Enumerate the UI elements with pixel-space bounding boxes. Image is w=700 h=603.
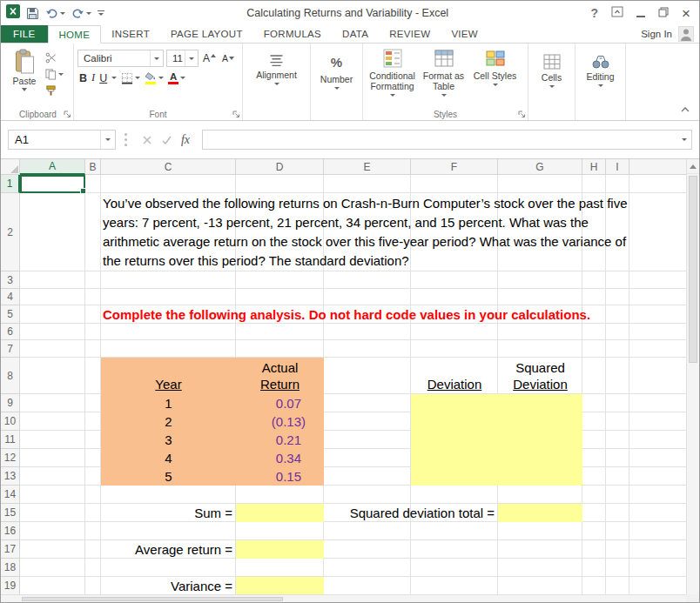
font-dialog-launcher[interactable] [232,111,240,118]
save-button[interactable] [26,7,39,20]
cell-B12[interactable] [85,449,101,467]
cell-D14[interactable] [236,486,324,504]
cell-B11[interactable] [85,431,101,449]
cell-F19[interactable] [411,577,498,595]
row-header-7[interactable]: 7 [1,340,20,358]
cell-A13[interactable] [20,467,85,486]
minimize-button[interactable] [636,5,645,21]
underline-dropdown-caret[interactable] [111,77,117,79]
column-header-C[interactable]: C [101,159,236,175]
cell-B5[interactable] [85,305,101,324]
borders-button[interactable] [121,72,140,84]
row-header-9[interactable]: 9 [1,394,20,412]
cell-F4[interactable] [411,289,498,305]
cell-E13[interactable] [324,467,411,486]
cell-H12[interactable] [582,449,606,467]
cell-E6[interactable] [324,324,411,340]
cell-E19[interactable] [324,577,411,595]
cell-H14[interactable] [582,486,606,504]
cell-overflow-1[interactable] [629,175,688,193]
cell-I6[interactable] [606,324,629,340]
cell-A19[interactable] [20,577,85,595]
cell-I17[interactable] [606,540,629,559]
number-button[interactable]: % Number [314,46,359,90]
cell-I10[interactable] [606,412,629,431]
cell-H17[interactable] [582,540,606,559]
cut-button[interactable] [45,51,66,64]
cell-F7[interactable] [411,340,498,358]
font-name-combo[interactable]: Calibri [77,50,164,67]
paste-button[interactable]: Paste [6,46,43,109]
cell-overflow-11[interactable] [629,431,688,449]
cell-G17[interactable] [498,540,582,559]
cell-I13[interactable] [606,467,629,486]
cell-E14[interactable] [324,486,411,504]
cell-overflow-16[interactable] [629,522,688,540]
cell-H10[interactable] [582,412,606,431]
cell-overflow-7[interactable] [629,340,688,358]
cell-G4[interactable] [498,289,582,305]
vertical-scrollbar-thumb[interactable] [689,176,697,363]
column-header-D[interactable]: D [236,159,324,175]
cell-C16[interactable] [101,522,236,540]
row-header-8[interactable]: 8 [1,358,20,394]
cell-I18[interactable] [606,559,629,577]
row-header-4[interactable]: 4 [1,289,20,305]
cell-H3[interactable] [582,271,606,289]
expand-formula-bar-button[interactable] [677,138,691,141]
cell-B7[interactable] [85,340,101,358]
cell-E7[interactable] [324,340,411,358]
cell-overflow-18[interactable] [629,559,688,577]
row-header-14[interactable]: 14 [1,486,20,504]
format-as-table-button[interactable]: Format as Table [418,49,469,97]
cell-B13[interactable] [85,467,101,486]
cell-A15[interactable] [20,504,85,522]
alignment-button[interactable]: Alignment [246,46,306,85]
cell-overflow-4[interactable] [629,289,688,305]
cell-B15[interactable] [85,504,101,522]
cell-G16[interactable] [498,522,582,540]
font-color-dropdown-caret[interactable] [180,77,185,79]
cancel-entry-button[interactable] [138,136,157,144]
average-return-input-cell[interactable] [236,540,324,559]
row-header-17[interactable]: 17 [1,540,20,559]
customize-quick-access-button[interactable] [98,10,104,17]
cell-F1[interactable] [411,175,498,193]
row-header-18[interactable]: 18 [1,559,20,577]
cell-I8[interactable] [606,358,629,394]
cell-H15[interactable] [582,504,606,522]
decrease-font-size-button[interactable]: A [220,53,236,64]
column-header-H[interactable]: H [582,159,606,175]
ribbon-display-options-button[interactable] [611,5,623,21]
row-header-10[interactable]: 10 [1,412,20,431]
cell-I14[interactable] [606,486,629,504]
cell-D16[interactable] [236,522,324,540]
tab-review[interactable]: REVIEW [379,25,441,43]
font-color-button[interactable]: A [168,72,185,84]
collapse-ribbon-button[interactable] [680,101,690,117]
cell-G6[interactable] [498,324,582,340]
fill-color-button[interactable] [145,72,164,84]
row-header-16[interactable]: 16 [1,522,20,540]
formula-grip-icon[interactable] [125,138,127,141]
cell-A11[interactable] [20,431,85,449]
vertical-scrollbar[interactable] [686,159,699,594]
cell-E3[interactable] [324,271,411,289]
cell-A5[interactable] [20,305,85,324]
tab-file[interactable]: FILE [1,25,48,43]
column-header-E[interactable]: E [324,159,411,175]
italic-button[interactable]: I [91,71,95,84]
font-size-combo[interactable]: 11 [166,50,199,67]
cell-I16[interactable] [606,522,629,540]
tab-view[interactable]: VIEW [441,25,488,43]
cell-H13[interactable] [582,467,606,486]
font-name-dropdown[interactable] [150,50,163,66]
cell-H7[interactable] [582,340,606,358]
cell-H6[interactable] [582,324,606,340]
row-header-19[interactable]: 19 [1,577,20,595]
restore-button[interactable] [658,5,669,21]
cell-B6[interactable] [85,324,101,340]
cell-E12[interactable] [324,449,411,467]
cell-C3[interactable] [101,271,236,289]
font-size-dropdown[interactable] [185,50,198,66]
